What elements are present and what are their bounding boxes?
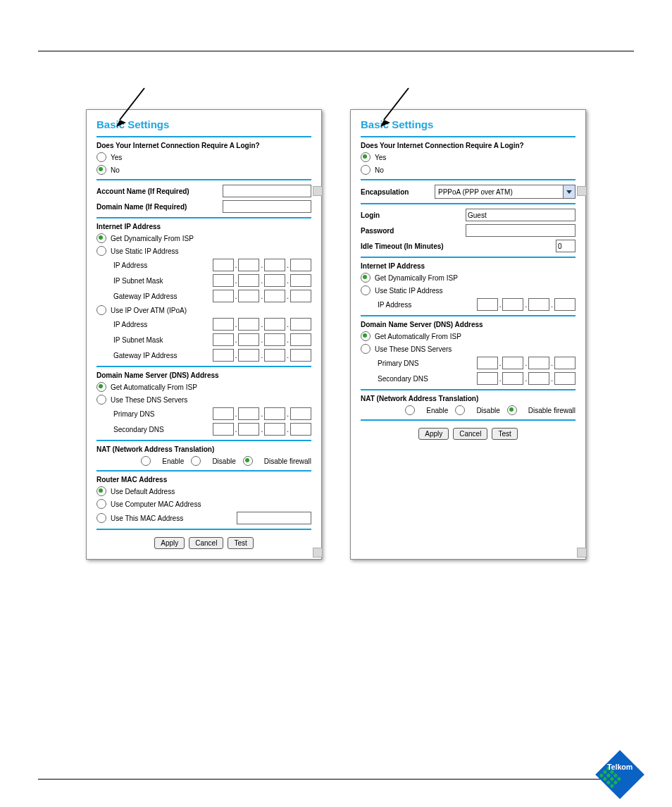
octet[interactable]	[238, 349, 259, 362]
octet[interactable]	[290, 259, 311, 271]
octet[interactable]	[264, 333, 285, 346]
octet[interactable]	[554, 298, 575, 311]
radio-mac-default[interactable]	[97, 486, 106, 496]
octet[interactable]	[238, 333, 259, 346]
octet[interactable]	[554, 357, 575, 369]
scroll-handle[interactable]	[577, 186, 587, 196]
secondary-dns-octets: ...	[477, 372, 575, 385]
domain-name-input[interactable]	[223, 200, 311, 213]
octet[interactable]	[477, 298, 498, 311]
radio-dns-auto[interactable]	[97, 382, 106, 392]
octet[interactable]	[528, 372, 549, 385]
octet[interactable]	[213, 349, 234, 362]
mac-input[interactable]	[237, 512, 311, 524]
octet[interactable]	[290, 333, 311, 346]
octet[interactable]	[264, 274, 285, 287]
radio-dns-manual[interactable]	[97, 395, 106, 405]
radio-nat-enable[interactable]	[405, 405, 415, 415]
get-dyn-label: Get Dynamically From ISP	[111, 235, 311, 242]
octet[interactable]	[264, 407, 285, 420]
radio-use-static[interactable]	[361, 285, 371, 295]
mac-default-label: Use Default Address	[111, 488, 311, 495]
radio-nat-disable[interactable]	[455, 405, 465, 415]
octet[interactable]	[528, 357, 549, 369]
apply-button[interactable]: Apply	[418, 428, 449, 440]
separator	[97, 136, 311, 137]
radio-nat-disable-fw[interactable]	[507, 405, 517, 415]
octet[interactable]	[213, 333, 234, 346]
octet[interactable]	[213, 259, 234, 271]
octet[interactable]	[213, 407, 234, 420]
octet[interactable]	[290, 318, 311, 331]
radio-nat-disable-fw[interactable]	[243, 456, 253, 466]
octet[interactable]	[264, 259, 285, 271]
gateway-octets: ...	[213, 290, 311, 302]
octet[interactable]	[264, 318, 285, 331]
cancel-button[interactable]: Cancel	[453, 428, 487, 440]
scroll-handle[interactable]	[313, 186, 323, 196]
octet[interactable]	[213, 274, 234, 287]
octet[interactable]	[238, 423, 259, 436]
octet[interactable]	[290, 349, 311, 362]
ipoa-subnet-octets: ...	[213, 333, 311, 346]
test-button[interactable]: Test	[228, 537, 253, 549]
octet[interactable]	[290, 274, 311, 287]
scroll-end[interactable]	[313, 548, 323, 557]
octet[interactable]	[290, 290, 311, 302]
dns-manual-label: Use These DNS Servers	[111, 396, 311, 404]
octet[interactable]	[554, 372, 575, 385]
octet[interactable]	[213, 423, 234, 436]
radio-nat-disable[interactable]	[191, 456, 201, 466]
cancel-button[interactable]: Cancel	[189, 537, 223, 549]
octet[interactable]	[502, 372, 523, 385]
radio-ipoa[interactable]	[97, 305, 106, 315]
radio-use-static[interactable]	[97, 246, 106, 256]
octet[interactable]	[477, 372, 498, 385]
password-label: Password	[361, 227, 466, 235]
account-name-input[interactable]	[223, 185, 311, 197]
separator	[361, 203, 575, 204]
octet[interactable]	[213, 318, 234, 331]
octet[interactable]	[238, 318, 259, 331]
idle-input[interactable]	[556, 240, 575, 252]
radio-get-dyn[interactable]	[361, 273, 371, 283]
octet[interactable]	[502, 298, 523, 311]
radio-mac-computer[interactable]	[97, 499, 106, 509]
nat-enable-label: Enable	[426, 407, 448, 414]
octet[interactable]	[477, 357, 498, 369]
radio-dns-auto[interactable]	[361, 331, 371, 341]
octet[interactable]	[264, 290, 285, 302]
octet[interactable]	[238, 290, 259, 302]
radio-no-label: No	[111, 166, 311, 174]
octet[interactable]	[238, 259, 259, 271]
octet[interactable]	[238, 274, 259, 287]
octet[interactable]	[264, 349, 285, 362]
iip-header: Internet IP Address	[97, 223, 311, 230]
radio-yes[interactable]	[97, 152, 106, 162]
login-input[interactable]	[466, 209, 575, 221]
radio-yes[interactable]	[361, 152, 371, 162]
apply-button[interactable]: Apply	[154, 537, 185, 549]
radio-dns-manual[interactable]	[361, 344, 371, 354]
radio-no[interactable]	[361, 165, 371, 175]
radio-yes-label: Yes	[375, 154, 575, 161]
radio-nat-enable[interactable]	[141, 456, 151, 466]
scroll-end[interactable]	[577, 548, 587, 557]
octet[interactable]	[213, 290, 234, 302]
panel-title: Basic Settings	[361, 118, 575, 130]
octet[interactable]	[238, 407, 259, 420]
octet[interactable]	[528, 298, 549, 311]
test-button[interactable]: Test	[492, 428, 517, 440]
password-input[interactable]	[466, 224, 575, 237]
nat-disable-fw-label: Disable firewall	[528, 407, 575, 414]
radio-no[interactable]	[97, 165, 106, 175]
ipoa-gateway-label: Gateway IP Address	[97, 352, 213, 359]
octet[interactable]	[290, 407, 311, 420]
encap-select[interactable]: PPPoA (PPP over ATM)	[435, 185, 575, 199]
octet[interactable]	[290, 423, 311, 436]
radio-mac-this[interactable]	[97, 513, 106, 523]
radio-get-dyn[interactable]	[97, 233, 106, 243]
octet[interactable]	[502, 357, 523, 369]
primary-dns-octets: ...	[477, 357, 575, 369]
octet[interactable]	[264, 423, 285, 436]
